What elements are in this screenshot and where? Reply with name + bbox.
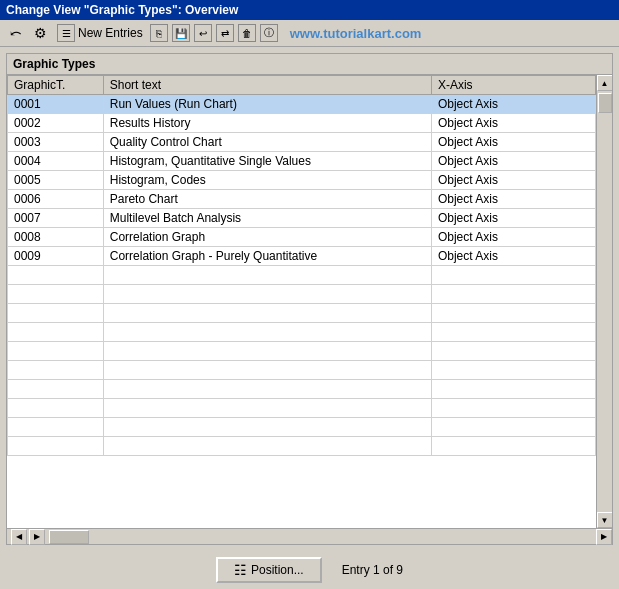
table-row[interactable]: 0005Histogram, CodesObject Axis bbox=[8, 171, 596, 190]
cell-graphict: 0001 bbox=[8, 95, 104, 114]
toolbar: ⤺ ⚙ ☰ New Entries ⎘ 💾 ↩ ⇄ 🗑 ⓘ www.tutori… bbox=[0, 20, 619, 47]
title-text: Change View "Graphic Types": Overview bbox=[6, 3, 238, 17]
cell-empty bbox=[8, 323, 104, 342]
table-row[interactable]: 0004Histogram, Quantitative Single Value… bbox=[8, 152, 596, 171]
cell-empty bbox=[431, 380, 595, 399]
new-entries-button[interactable]: ☰ New Entries bbox=[54, 23, 146, 43]
scroll-thumb-v[interactable] bbox=[598, 93, 612, 113]
cell-xaxis: Object Axis bbox=[431, 152, 595, 171]
cell-xaxis: Object Axis bbox=[431, 114, 595, 133]
scroll-up-arrow[interactable]: ▲ bbox=[597, 75, 613, 91]
cell-xaxis: Object Axis bbox=[431, 209, 595, 228]
cell-short: Run Values (Run Chart) bbox=[103, 95, 431, 114]
cell-xaxis: Object Axis bbox=[431, 190, 595, 209]
cell-empty bbox=[103, 323, 431, 342]
cell-short: Quality Control Chart bbox=[103, 133, 431, 152]
panel-title: Graphic Types bbox=[7, 54, 612, 75]
cell-graphict: 0006 bbox=[8, 190, 104, 209]
cell-short: Histogram, Codes bbox=[103, 171, 431, 190]
position-button[interactable]: ☷ Position... bbox=[216, 557, 322, 583]
cell-graphict: 0007 bbox=[8, 209, 104, 228]
cell-empty bbox=[431, 342, 595, 361]
cell-short: Correlation Graph - Purely Quantitative bbox=[103, 247, 431, 266]
back-icon[interactable]: ⤺ bbox=[6, 23, 26, 43]
status-bar: ☷ Position... Entry 1 of 9 bbox=[0, 551, 619, 589]
col-header-graphict: GraphicT. bbox=[8, 76, 104, 95]
table-row-empty bbox=[8, 437, 596, 456]
new-entries-label: New Entries bbox=[78, 26, 143, 40]
horizontal-scrollbar[interactable]: ◀ ▶ ▶ bbox=[7, 528, 612, 544]
table-row-empty bbox=[8, 380, 596, 399]
scroll-left-arrow[interactable]: ◀ bbox=[11, 529, 27, 545]
table-row-empty bbox=[8, 399, 596, 418]
cell-xaxis: Object Axis bbox=[431, 133, 595, 152]
watermark: www.tutorialkart.com bbox=[290, 26, 422, 41]
table-scroll-area: GraphicT. Short text X-Axis 0001Run Valu… bbox=[7, 75, 596, 528]
move-icon[interactable]: ⇄ bbox=[216, 24, 234, 42]
main-content: Graphic Types GraphicT. Short text X-Axi… bbox=[0, 47, 619, 551]
cell-empty bbox=[431, 361, 595, 380]
table-row-empty bbox=[8, 304, 596, 323]
cell-empty bbox=[103, 437, 431, 456]
cell-empty bbox=[8, 380, 104, 399]
table-row[interactable]: 0002Results HistoryObject Axis bbox=[8, 114, 596, 133]
info-icon[interactable]: ⓘ bbox=[260, 24, 278, 42]
cell-xaxis: Object Axis bbox=[431, 171, 595, 190]
cell-empty bbox=[103, 285, 431, 304]
cell-graphict: 0002 bbox=[8, 114, 104, 133]
new-entries-icon: ☰ bbox=[57, 24, 75, 42]
table-panel: Graphic Types GraphicT. Short text X-Axi… bbox=[6, 53, 613, 545]
table-row-empty bbox=[8, 266, 596, 285]
save-icon[interactable]: 💾 bbox=[172, 24, 190, 42]
title-bar: Change View "Graphic Types": Overview bbox=[0, 0, 619, 20]
cell-empty bbox=[103, 342, 431, 361]
position-btn-label: Position... bbox=[251, 563, 304, 577]
undo-icon[interactable]: ↩ bbox=[194, 24, 212, 42]
table-row[interactable]: 0008Correlation GraphObject Axis bbox=[8, 228, 596, 247]
cell-short: Results History bbox=[103, 114, 431, 133]
settings-icon[interactable]: ⚙ bbox=[30, 23, 50, 43]
data-table: GraphicT. Short text X-Axis 0001Run Valu… bbox=[7, 75, 596, 456]
scroll-thumb-h[interactable] bbox=[49, 530, 89, 544]
scroll-right-arrow[interactable]: ▶ bbox=[596, 529, 612, 545]
cell-empty bbox=[431, 285, 595, 304]
table-row[interactable]: 0007Multilevel Batch AnalysisObject Axis bbox=[8, 209, 596, 228]
cell-graphict: 0005 bbox=[8, 171, 104, 190]
scroll-right-arrow-small[interactable]: ▶ bbox=[29, 529, 45, 545]
cell-empty bbox=[8, 266, 104, 285]
cell-empty bbox=[8, 418, 104, 437]
vertical-scrollbar[interactable]: ▲ ▼ bbox=[596, 75, 612, 528]
delete-icon[interactable]: 🗑 bbox=[238, 24, 256, 42]
scroll-down-arrow[interactable]: ▼ bbox=[597, 512, 613, 528]
cell-empty bbox=[8, 304, 104, 323]
cell-empty bbox=[103, 380, 431, 399]
table-header-row: GraphicT. Short text X-Axis bbox=[8, 76, 596, 95]
cell-short: Correlation Graph bbox=[103, 228, 431, 247]
cell-empty bbox=[431, 304, 595, 323]
cell-empty bbox=[8, 285, 104, 304]
cell-empty bbox=[8, 437, 104, 456]
table-row-empty bbox=[8, 418, 596, 437]
col-header-xaxis: X-Axis bbox=[431, 76, 595, 95]
table-row-empty bbox=[8, 323, 596, 342]
cell-empty bbox=[103, 418, 431, 437]
h-scroll-row: ◀ ▶ bbox=[7, 527, 93, 547]
table-row[interactable]: 0006Pareto ChartObject Axis bbox=[8, 190, 596, 209]
cell-empty bbox=[103, 304, 431, 323]
cell-short: Pareto Chart bbox=[103, 190, 431, 209]
table-row[interactable]: 0003Quality Control ChartObject Axis bbox=[8, 133, 596, 152]
cell-short: Histogram, Quantitative Single Values bbox=[103, 152, 431, 171]
table-row-empty bbox=[8, 361, 596, 380]
cell-graphict: 0004 bbox=[8, 152, 104, 171]
table-row[interactable]: 0009Correlation Graph - Purely Quantitat… bbox=[8, 247, 596, 266]
position-icon: ☷ bbox=[234, 562, 247, 578]
table-row[interactable]: 0001Run Values (Run Chart)Object Axis bbox=[8, 95, 596, 114]
cell-graphict: 0009 bbox=[8, 247, 104, 266]
copy-icon[interactable]: ⎘ bbox=[150, 24, 168, 42]
cell-empty bbox=[8, 399, 104, 418]
cell-xaxis: Object Axis bbox=[431, 228, 595, 247]
table-wrapper: GraphicT. Short text X-Axis 0001Run Valu… bbox=[7, 75, 612, 528]
cell-empty bbox=[103, 266, 431, 285]
table-row-empty bbox=[8, 285, 596, 304]
entry-info: Entry 1 of 9 bbox=[342, 563, 403, 577]
